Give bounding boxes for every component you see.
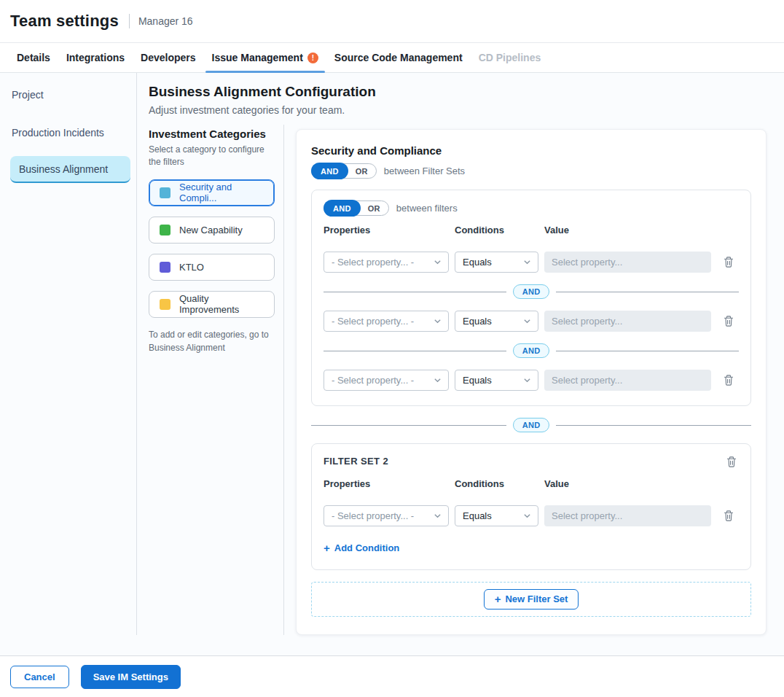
conditions-select[interactable]: Equals: [455, 370, 538, 391]
delete-filter-button[interactable]: [721, 314, 736, 329]
category-color-swatch: [160, 187, 170, 198]
footer-actions: Cancel Save IM Settings: [0, 655, 784, 697]
chevron-down-icon: [523, 512, 531, 520]
filter-panel-card: Security and Compliance AND OR between F…: [296, 129, 767, 635]
settings-sidebar: Project Production Incidents Business Al…: [0, 73, 137, 635]
value-input[interactable]: [544, 252, 711, 273]
column-header-conditions: Conditions: [455, 478, 538, 489]
toggle-or-option[interactable]: OR: [360, 204, 388, 213]
page-title: Team settings: [10, 12, 119, 31]
add-condition-button[interactable]: + Add Condition: [324, 542, 399, 553]
title-divider: [129, 14, 130, 28]
filter-row: - Select property... - Equals: [324, 370, 739, 391]
section-subtitle: Adjust investment categories for your te…: [149, 104, 772, 116]
delete-filter-set-button[interactable]: [724, 454, 739, 470]
and-row-divider: AND: [324, 343, 739, 358]
cancel-button[interactable]: Cancel: [10, 666, 69, 688]
delete-filter-button[interactable]: [721, 254, 736, 270]
category-color-swatch: [160, 262, 170, 273]
chevron-down-icon: [434, 317, 442, 325]
properties-select[interactable]: - Select property... -: [324, 370, 449, 391]
tab-source-code-management[interactable]: Source Code Management: [326, 43, 471, 72]
value-input[interactable]: [544, 505, 711, 526]
sidebar-item-production-incidents[interactable]: Production Incidents: [0, 118, 136, 147]
plus-icon: +: [495, 593, 501, 604]
category-quality-improvements[interactable]: Quality Improvements: [149, 291, 275, 318]
chevron-down-icon: [523, 317, 531, 325]
value-input[interactable]: [544, 311, 711, 332]
conditions-select[interactable]: Equals: [455, 252, 538, 273]
filter-set-2: FILTER SET 2 Properties Conditions Value: [311, 443, 751, 570]
conditions-select[interactable]: Equals: [455, 505, 538, 526]
category-color-swatch: [160, 225, 170, 235]
tab-issue-management[interactable]: Issue Management !: [204, 43, 326, 72]
categories-subtitle: Select a category to configure the filte…: [149, 144, 265, 169]
trash-icon: [723, 256, 734, 268]
and-pill: AND: [513, 418, 550, 432]
chevron-down-icon: [434, 376, 442, 384]
category-new-capability[interactable]: New Capability: [149, 217, 275, 244]
trash-icon: [723, 315, 734, 327]
filter-set-1: AND OR between filters Properties Condit…: [311, 190, 751, 406]
sidebar-item-project[interactable]: Project: [0, 80, 136, 109]
new-filter-set-button[interactable]: + New Filter Set: [484, 589, 579, 610]
main-panel: Business Alignment Configuration Adjust …: [137, 73, 784, 635]
main-header: Business Alignment Configuration Adjust …: [137, 73, 784, 125]
trash-icon: [726, 456, 737, 468]
new-filter-set-dropzone: + New Filter Set: [311, 582, 751, 617]
filter-row: - Select property... - Equals: [324, 505, 739, 526]
conditions-select[interactable]: Equals: [455, 311, 538, 332]
column-header-properties: Properties: [324, 478, 449, 489]
and-row-divider: AND: [324, 284, 739, 299]
tab-developers[interactable]: Developers: [133, 43, 203, 72]
tab-integrations[interactable]: Integrations: [58, 43, 133, 72]
value-input[interactable]: [544, 370, 711, 391]
toggle-and-option[interactable]: AND: [311, 163, 348, 179]
toggle-or-option[interactable]: OR: [348, 167, 376, 176]
filter-row: - Select property... - Equals: [324, 311, 739, 332]
chevron-down-icon: [523, 376, 531, 384]
content-area: Project Production Incidents Business Al…: [0, 73, 784, 655]
properties-select[interactable]: - Select property... -: [324, 505, 449, 526]
column-header-properties: Properties: [324, 225, 449, 235]
column-header-value: Value: [544, 225, 711, 235]
tab-details[interactable]: Details: [9, 43, 58, 72]
categories-note: To add or edit categories, go to Busines…: [149, 328, 271, 354]
plus-icon: +: [324, 542, 330, 553]
filters-and-or-toggle[interactable]: AND OR: [324, 200, 389, 216]
trash-icon: [723, 510, 734, 522]
tab-cd-pipelines: CD Pipelines: [471, 43, 549, 72]
categories-title: Investment Categories: [149, 128, 275, 140]
filter-row: - Select property... - Equals: [324, 252, 739, 273]
section-title: Business Alignment Configuration: [149, 84, 772, 100]
properties-select[interactable]: - Select property... -: [324, 252, 449, 273]
investment-categories-column: Investment Categories Select a category …: [137, 125, 284, 635]
alert-badge-icon: !: [307, 52, 318, 63]
category-security-and-compliance[interactable]: Security and Compli...: [149, 179, 275, 206]
chevron-down-icon: [434, 512, 442, 520]
chevron-down-icon: [434, 258, 442, 266]
chevron-down-icon: [523, 258, 531, 266]
between-filter-sets-label: between Filter Sets: [384, 166, 465, 176]
column-header-value: Value: [544, 478, 711, 489]
trash-icon: [723, 374, 734, 386]
delete-filter-button[interactable]: [721, 508, 736, 523]
properties-select[interactable]: - Select property... -: [324, 311, 449, 332]
and-pill: AND: [513, 343, 550, 358]
filter-panel-area: Security and Compliance AND OR between F…: [284, 125, 784, 635]
between-filters-label: between filters: [396, 203, 458, 214]
category-list: Security and Compli... New Capability KT…: [149, 179, 275, 318]
team-name-label: Manager 16: [138, 15, 193, 27]
filter-sets-and-or-toggle[interactable]: AND OR: [311, 163, 377, 179]
and-set-divider: AND: [311, 418, 751, 432]
category-color-swatch: [160, 299, 170, 310]
settings-tabbar: Details Integrations Developers Issue Ma…: [0, 42, 784, 73]
delete-filter-button[interactable]: [721, 373, 736, 388]
and-pill: AND: [513, 284, 550, 299]
sidebar-item-business-alignment[interactable]: Business Alignment: [10, 156, 130, 183]
save-im-settings-button[interactable]: Save IM Settings: [81, 665, 181, 689]
toggle-and-option[interactable]: AND: [324, 200, 361, 217]
page-header: Team settings Manager 16: [0, 0, 784, 42]
category-ktlo[interactable]: KTLO: [149, 254, 275, 281]
filter-set-2-title: FILTER SET 2: [324, 454, 388, 467]
